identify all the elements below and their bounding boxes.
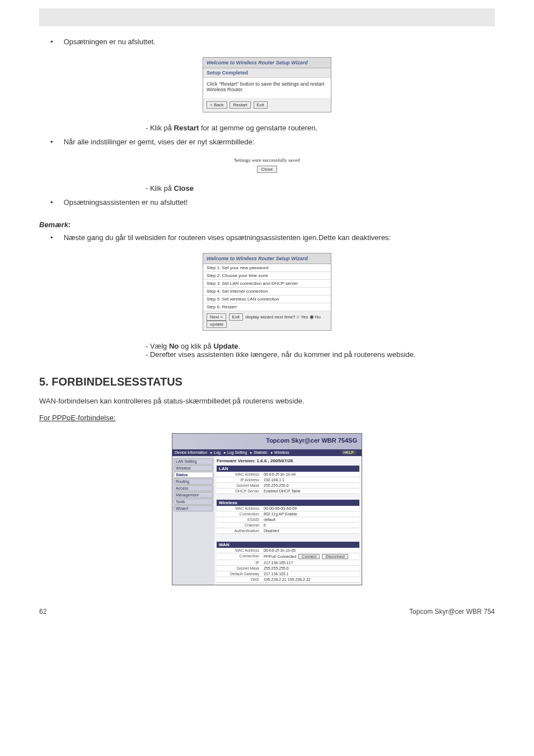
radio-no[interactable]: ◉: [310, 314, 314, 320]
back-button[interactable]: < Back: [207, 101, 227, 109]
section-intro: WAN-forbindelsen kan kontrolleres på sta…: [39, 397, 495, 405]
product-name: Topcom Skyr@cer WBR 754: [409, 608, 495, 616]
router-navbar: Device Information▸ Log▸ Log Setting▸ St…: [172, 449, 362, 456]
text: - Vælg: [146, 342, 169, 350]
display-label: display wizard next time?: [245, 314, 295, 320]
k: IP Address: [217, 477, 261, 482]
bullet-line: • Opsætningen er nu afsluttet.: [50, 37, 495, 46]
firmware-version: Firmware Version: 1.6.6 , 2005/07/28: [217, 458, 359, 463]
wizard-steps: Welcome to Wireless Router Setup Wizard …: [203, 253, 331, 331]
wireless-header: Wireless: [217, 500, 359, 506]
v: default: [261, 517, 359, 522]
nav-item[interactable]: Log Setting: [227, 450, 247, 454]
k: Channel: [217, 523, 261, 528]
k: Subnet Mask: [217, 483, 261, 488]
header-bar: [39, 8, 495, 26]
router-brand: Topcom Skyr@cer WBR 754SG: [266, 437, 357, 444]
k: DHCP Server: [217, 489, 261, 494]
step-row: Step 1. Set your new password: [203, 264, 331, 272]
wizard-title: Welcome to Wireless Router Setup Wizard: [203, 58, 331, 68]
step-row: Step 5. Set wireless LAN connection: [203, 295, 331, 303]
nav-item[interactable]: Log: [214, 450, 221, 454]
k: ESSID: [217, 517, 261, 522]
router-status-screenshot: Topcom Skyr@cer WBR 754SG Device Informa…: [172, 433, 362, 585]
no-label: No: [315, 314, 321, 320]
connect-button[interactable]: Connect: [298, 554, 320, 559]
sidebar-item[interactable]: LAN Setting: [174, 458, 213, 464]
text: Næste gang du går til websiden for route…: [64, 233, 391, 242]
k: MAC Address: [217, 506, 261, 511]
text: - Derefter vises assistenten ikke længer…: [146, 350, 416, 359]
v: 217.136.105.117: [261, 560, 359, 565]
bullet-line: • Når alle indstillinger er gemt, vises …: [50, 138, 495, 146]
sidebar-item[interactable]: Wizard: [174, 505, 213, 511]
help-button[interactable]: HELP: [341, 450, 356, 454]
v: 00-E0-2f-1b-1b-d5: [261, 548, 359, 553]
text: Når alle indstillinger er gemt, vises de…: [64, 138, 255, 146]
v: 255.255.255.0: [261, 566, 359, 571]
instruction: - Klik på Restart for at gemme og gensta…: [146, 124, 495, 132]
saved-dialog: Settings were successfully saved Close: [225, 157, 309, 173]
wizard-footer: Next > Exit display wizard next time? ○ …: [203, 311, 331, 330]
v: Enabled DHCP Table: [261, 489, 359, 494]
v: 00-E0-2f-1b-1b-d4: [261, 472, 359, 477]
k: Default Gateway: [217, 571, 261, 576]
wizard-body: Click "Restart" button to save the setti…: [203, 78, 331, 98]
step-row: Step 3. Set LAN connection and DHCP serv…: [203, 280, 331, 288]
next-button[interactable]: Next >: [207, 313, 226, 321]
nav-item[interactable]: Statistic: [254, 450, 268, 454]
radio-yes[interactable]: ○: [297, 314, 299, 320]
note-label: Bemærk:: [39, 220, 495, 229]
k: Connection: [217, 511, 261, 516]
text: - Klik på: [146, 184, 174, 192]
bullet-dot: •: [50, 233, 62, 242]
lan-header: LAN: [217, 466, 359, 472]
bullet-line: • Næste gang du går til websiden for rou…: [50, 233, 495, 242]
sidebar-item-active[interactable]: Status: [174, 472, 213, 478]
bullet-dot: •: [50, 138, 62, 146]
pppoe-label: For PPPoE-forbindelse:: [39, 414, 116, 422]
section-heading: 5. FORBINDELSESSTATUS: [39, 375, 495, 388]
text: .: [238, 342, 240, 350]
disconnect-button[interactable]: Disconnect: [322, 554, 348, 559]
sidebar-item[interactable]: Wireless: [174, 465, 213, 471]
step-row: Step 4. Set internet connection: [203, 288, 331, 295]
v: 802.11g AP Enable: [261, 511, 359, 516]
v: 6: [261, 523, 359, 528]
bold: Restart: [174, 124, 199, 132]
sidebar-item[interactable]: Routing: [174, 478, 213, 485]
v: 00-00-00-00-A6-09: [261, 506, 359, 511]
text: - Klik på: [146, 124, 174, 132]
v: PPPoE Connected ConnectDisconnect: [261, 553, 359, 560]
sidebar-item[interactable]: Management: [174, 492, 213, 498]
restart-button[interactable]: Restart: [229, 101, 251, 109]
v: 195.238.2.21 195.238.2.22: [261, 577, 359, 582]
wan-header: WAN: [217, 542, 359, 548]
k: IP: [217, 560, 261, 565]
page-content: • Opsætningen er nu afsluttet. Welcome t…: [0, 37, 534, 644]
nav-item[interactable]: Device Information: [175, 450, 207, 454]
step-row: Step 6. Restart: [203, 303, 331, 311]
text: og klik på: [179, 342, 213, 350]
sidebar-item[interactable]: Tools: [174, 499, 213, 505]
nav-item[interactable]: Wireless: [274, 450, 289, 454]
router-sidebar: LAN Setting Wireless Status Routing Acce…: [172, 456, 214, 585]
close-button[interactable]: Close: [257, 166, 277, 173]
text: Opsætningsassistenten er nu afsluttet!: [64, 198, 188, 206]
k: Authentication: [217, 528, 261, 533]
yes-label: Yes: [301, 314, 308, 320]
k: MAC Address: [217, 472, 261, 477]
k: MAC Address: [217, 548, 261, 553]
update-button[interactable]: update: [207, 321, 227, 328]
text: Opsætningen er nu afsluttet.: [64, 37, 156, 46]
v: Disabled: [261, 528, 359, 533]
v: 192.168.1.1: [261, 477, 359, 482]
exit-button[interactable]: Exit: [229, 313, 243, 321]
bold: Update: [213, 342, 238, 350]
sidebar-item[interactable]: Access: [174, 485, 213, 491]
k: Subnet Mask: [217, 566, 261, 571]
v: 217.136.103.1: [261, 571, 359, 576]
exit-button[interactable]: Exit: [254, 101, 268, 109]
wizard-completed: Welcome to Wireless Router Setup Wizard …: [203, 57, 331, 112]
saved-msg: Settings were successfully saved: [225, 157, 309, 163]
